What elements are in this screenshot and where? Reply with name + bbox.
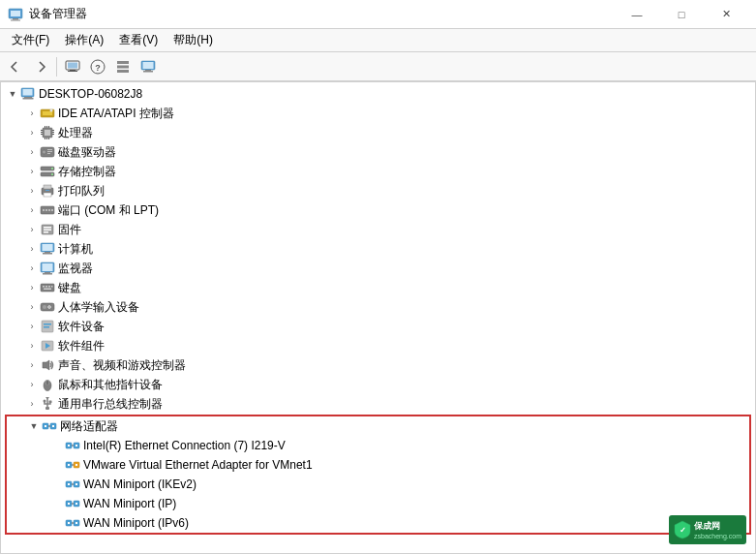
svg-rect-88 [49, 401, 52, 404]
svg-rect-26 [41, 130, 43, 131]
svg-text:✓: ✓ [679, 526, 685, 535]
tree-item-port[interactable]: › 端口 (COM 和 LPT) [1, 200, 755, 220]
expander-root: ▼ [5, 86, 20, 102]
svg-rect-49 [44, 193, 51, 197]
svg-rect-19 [24, 97, 32, 98]
svg-rect-36 [46, 138, 47, 139]
window-title: 设备管理器 [29, 6, 87, 22]
back-button[interactable] [4, 55, 27, 78]
network-adapter-section: ▼ 网络适配器 › [5, 415, 751, 535]
watermark-title: 保成网 [694, 520, 741, 533]
hid-label: 人体学输入设备 [58, 299, 139, 316]
menu-view[interactable]: 查看(V) [111, 30, 166, 51]
ethernet-icon [65, 438, 80, 453]
tree-item-wan-ikev2[interactable]: › WAN Miniport (IKEv2) [7, 475, 749, 494]
svg-point-45 [51, 168, 53, 169]
tree-item-computer[interactable]: › 计算机 [1, 239, 755, 259]
tree-item-print[interactable]: › 打印队列 [1, 181, 755, 200]
watermark-subtitle: zsbacheng.com [694, 533, 741, 539]
expander-network: ▼ [26, 418, 42, 434]
maximize-button[interactable]: □ [659, 0, 704, 29]
expander-storage: › [24, 164, 40, 179]
device-properties-button[interactable] [111, 55, 135, 78]
menu-help[interactable]: 帮助(H) [166, 30, 221, 51]
svg-rect-99 [68, 445, 70, 446]
toolbar-sep-1 [56, 57, 57, 77]
tree-item-sound[interactable]: › 声音、视频和游戏控制器 [1, 355, 755, 375]
watermark-shield-icon: ✓ [674, 520, 691, 539]
svg-rect-72 [51, 286, 53, 288]
svg-rect-69 [43, 286, 45, 288]
svg-point-55 [51, 209, 53, 211]
computer-icon-tree [40, 241, 55, 257]
tree-item-disk[interactable]: › 磁盘驱动器 [1, 142, 755, 162]
svg-rect-63 [43, 253, 52, 255]
tree-item-vmware[interactable]: › VMware Virtual Ethernet Adapter for VM… [7, 455, 749, 475]
minimize-button[interactable]: — [615, 0, 659, 29]
close-button[interactable]: ✕ [704, 0, 748, 29]
print-label: 打印队列 [58, 183, 105, 200]
title-bar: 设备管理器 — □ ✕ [0, 0, 756, 29]
tree-item-software-device[interactable]: › 软件设备 [1, 317, 755, 336]
svg-rect-105 [76, 464, 77, 466]
svg-rect-31 [52, 134, 54, 135]
svg-rect-34 [48, 126, 49, 128]
svg-rect-3 [11, 19, 20, 20]
svg-point-52 [43, 209, 45, 211]
tree-item-network-adapter[interactable]: ▼ 网络适配器 [7, 416, 749, 436]
tree-item-hid[interactable]: › 人体学输入设备 [1, 297, 755, 317]
svg-rect-71 [48, 286, 50, 288]
svg-rect-27 [41, 132, 43, 133]
svg-rect-12 [117, 70, 129, 73]
svg-rect-62 [45, 252, 50, 253]
tree-item-intel-ethernet[interactable]: › Intel(R) Ethernet Connection (7) I219-… [7, 436, 749, 455]
computer-icon [140, 59, 156, 75]
tree-item-keyboard[interactable]: › 键盘 [1, 278, 755, 297]
tree-panel[interactable]: ▼ DESKTOP-06082J8 › IDE A [1, 82, 755, 553]
vmware-label: VMware Virtual Ethernet Adapter for VMne… [83, 458, 313, 472]
properties-icon [115, 59, 131, 75]
port-icon [40, 202, 55, 218]
tree-item-cpu[interactable]: › 处理器 [1, 123, 755, 142]
keyboard-tree-icon [40, 280, 55, 295]
forward-button[interactable] [29, 55, 52, 78]
expander-software-device: › [24, 319, 40, 334]
tree-item-firmware[interactable]: › 固件 [1, 220, 755, 239]
svg-rect-2 [13, 18, 18, 20]
tree-item-mouse[interactable]: › 鼠标和其他指针设备 [1, 375, 755, 394]
menu-action[interactable]: 操作(A) [57, 30, 111, 51]
tree-item-storage[interactable]: › 存储控制器 [1, 162, 755, 181]
firmware-label: 固件 [58, 222, 81, 238]
tree-item-ide[interactable]: › IDE ATA/ATAPI 控制器 [1, 104, 755, 123]
svg-rect-73 [44, 289, 51, 291]
expander-port: › [24, 202, 40, 218]
svg-rect-15 [145, 70, 151, 71]
svg-marker-83 [43, 360, 49, 370]
disk-label: 磁盘驱动器 [58, 144, 116, 161]
svg-rect-70 [45, 286, 47, 288]
expander-sound: › [24, 357, 40, 373]
svg-rect-7 [68, 71, 77, 72]
network-adapter-icon [42, 418, 57, 434]
tree-item-monitor[interactable]: › 监视器 [1, 259, 755, 278]
monitor-tree-icon [40, 261, 55, 276]
tree-item-usb[interactable]: › 通用串行总线控制器 [1, 394, 755, 414]
expander-firmware: › [24, 222, 40, 237]
svg-rect-41 [47, 151, 52, 152]
tree-item-wan-ip[interactable]: › WAN Miniport (IP) [7, 494, 749, 513]
help-button[interactable]: ? [86, 55, 109, 78]
svg-rect-33 [46, 126, 47, 128]
svg-point-87 [44, 400, 46, 403]
wan-ikev2-label: WAN Miniport (IKEv2) [83, 477, 197, 491]
show-properties-button[interactable] [61, 55, 84, 78]
title-bar-left: 设备管理器 [8, 6, 87, 22]
menu-file[interactable]: 文件(F) [4, 30, 57, 51]
svg-rect-115 [76, 503, 77, 505]
tree-root[interactable]: ▼ DESKTOP-06082J8 [1, 84, 755, 104]
svg-rect-16 [143, 71, 153, 73]
tree-item-wan-ipv6[interactable]: › WAN Miniport (IPv6) [7, 513, 749, 533]
svg-point-46 [51, 173, 53, 175]
computer-icon-btn[interactable] [136, 55, 160, 78]
svg-text:?: ? [95, 63, 101, 73]
tree-item-software-component[interactable]: › 软件组件 [1, 336, 755, 355]
